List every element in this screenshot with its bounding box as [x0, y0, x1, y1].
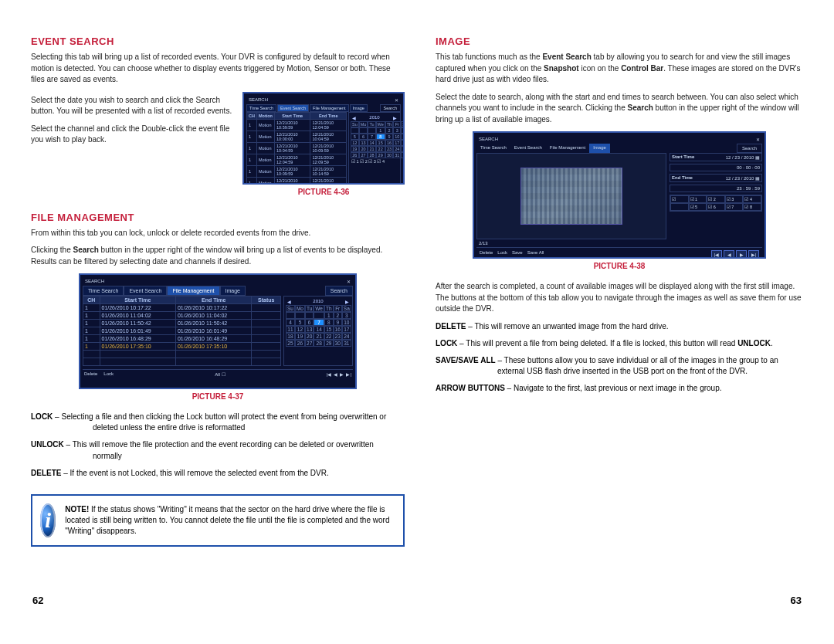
- figure-4-37: SEARCH✕ Time SearchEvent SearchFile Mana…: [79, 273, 357, 389]
- caption-4-38: PICTURE 4-38: [473, 262, 766, 270]
- def-img-save: SAVE/SAVE ALL – These buttons allow you …: [436, 355, 803, 377]
- figure-4-38: SEARCH✕ Time Search Event Search File Ma…: [473, 131, 766, 259]
- def-lock: LOCK – Selecting a file and then clickin…: [31, 412, 405, 433]
- page-number-left: 62: [32, 595, 43, 606]
- def-img-delete: DELETE – This will remove an unwanted im…: [436, 321, 803, 332]
- def-unlock: UNLOCK – This will remove the file prote…: [31, 439, 405, 461]
- thumbnail-image: [520, 168, 622, 225]
- heading-event-search: EVENT SEARCH: [31, 36, 405, 47]
- para-es-1: Selecting this tab will bring up a list …: [31, 52, 405, 86]
- para-img-3: After the search is completed, a count o…: [436, 281, 803, 315]
- para-img-2: Select the date to search, along with th…: [436, 92, 803, 126]
- para-es-3: Select the channel and click the Double-…: [31, 124, 235, 146]
- def-img-lock: LOCK – This will prevent a file from bei…: [436, 338, 803, 349]
- def-delete: DELETE – If the event is not Locked, thi…: [31, 468, 405, 479]
- para-fm-2: Clicking the Search button in the upper …: [31, 245, 405, 267]
- note-box: i NOTE! If the status shows "Writing" it…: [31, 494, 405, 547]
- caption-4-37: PICTURE 4-37: [79, 392, 357, 401]
- info-icon: i: [40, 503, 56, 537]
- para-es-2: Select the date you wish to search and c…: [31, 95, 235, 117]
- heading-file-management: FILE MANAGEMENT: [31, 212, 405, 223]
- caption-4-36: PICTURE 4-36: [242, 188, 405, 196]
- heading-image: IMAGE: [436, 36, 803, 47]
- figure-4-36: SEARCH✕ Time Search Event Search File Ma…: [242, 92, 405, 185]
- para-img-1: This tab functions much as the Event Sea…: [436, 52, 803, 86]
- para-fm-1: From within this tab you can lock, unloc…: [31, 228, 405, 239]
- def-img-arrow: ARROW BUTTONS – Navigate to the first, l…: [436, 383, 803, 394]
- page-number-right: 63: [791, 595, 802, 606]
